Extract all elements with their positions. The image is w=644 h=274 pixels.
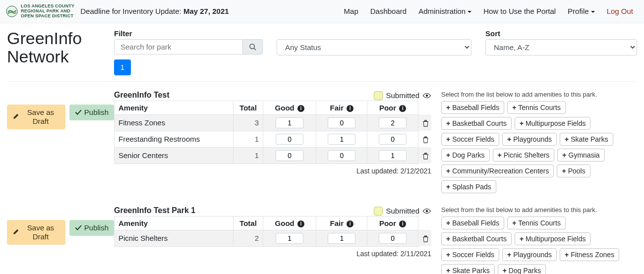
search-button[interactable] [243, 39, 263, 55]
amenity-option-label: Multipurpose Fields [526, 235, 585, 243]
amenity-option-label: Playgrounds [513, 135, 552, 143]
nav-profile[interactable]: Profile [563, 4, 600, 18]
good-input[interactable] [276, 134, 303, 145]
add-amenity-button[interactable]: +Baseball Fields [441, 101, 504, 114]
cell-good [263, 230, 316, 246]
trash-icon[interactable] [422, 136, 429, 143]
plus-icon: + [507, 136, 511, 143]
nav-admin[interactable]: Administration [413, 4, 476, 18]
col-fair: Fair i [316, 216, 367, 230]
trash-icon[interactable] [422, 120, 429, 127]
plus-icon: + [565, 136, 569, 143]
amenity-table: AmenityTotalGood iFair iPoor iFitness Zo… [114, 101, 431, 164]
poor-input[interactable] [379, 117, 407, 128]
info-icon: i [347, 105, 353, 112]
amenity-buttons: +Baseball Fields+Tennis Courts+Basketbal… [441, 217, 637, 274]
svg-line-2 [254, 48, 256, 50]
add-amenity-button[interactable]: +Baseball Fields [441, 217, 504, 229]
add-amenity-button[interactable]: +Skate Parks [441, 264, 495, 274]
plus-icon: + [446, 136, 450, 143]
amenity-option-label: Community/Recreation Centers [452, 167, 549, 175]
add-amenity-button[interactable]: +Dog Parks [498, 264, 546, 274]
col-poor: Poor i [367, 216, 418, 230]
add-amenity-button[interactable]: +Basketball Courts [441, 117, 512, 130]
add-amenity-button[interactable]: +Splash Pads [441, 180, 496, 193]
plus-icon: + [446, 152, 450, 159]
amenity-picker: Select from the list below to add amenit… [431, 206, 637, 274]
nav-map[interactable]: Map [339, 4, 363, 18]
fair-input[interactable] [328, 233, 355, 244]
add-amenity-button[interactable]: +Gymnasia [557, 149, 604, 162]
eye-icon[interactable] [422, 92, 431, 99]
search-input[interactable] [114, 39, 243, 55]
add-amenity-button[interactable]: +Tennis Courts [507, 217, 566, 229]
add-amenity-button[interactable]: +Fitness Zones [560, 248, 619, 261]
good-input[interactable] [276, 117, 303, 128]
publish-button[interactable]: Publish [69, 105, 114, 120]
add-amenity-button[interactable]: +Playgrounds [502, 248, 557, 261]
brand-logo[interactable]: LOS ANGELES COUNTY REGIONAL PARK AND OPE… [6, 4, 74, 19]
nav-howto[interactable]: How to Use the Portal [478, 4, 561, 18]
amenity-option-label: Soccer Fields [452, 135, 494, 143]
filters-row: GreenInfo Network Filter 1 [7, 29, 637, 82]
add-amenity-button[interactable]: +Skate Parks [560, 133, 613, 146]
poor-input[interactable] [379, 150, 407, 161]
svg-point-1 [250, 44, 254, 49]
search-icon [249, 43, 256, 51]
table-row: Fitness Zones3 [115, 114, 431, 131]
sort-select[interactable]: Name, A-Z [485, 39, 637, 55]
add-amenity-button[interactable]: +Tennis Courts [507, 101, 566, 114]
add-amenity-button[interactable]: +Community/Recreation Centers [441, 164, 554, 177]
col-total: Total [234, 101, 263, 114]
status-label: Submitted [386, 207, 419, 215]
add-amenity-button[interactable]: +Dog Parks [441, 149, 490, 162]
amenity-option-label: Baseball Fields [452, 104, 499, 111]
cell-poor [367, 131, 418, 147]
info-icon: i [399, 220, 406, 227]
eye-icon[interactable] [422, 208, 431, 215]
add-amenity-button[interactable]: +Playgrounds [502, 133, 557, 146]
status-spacer [277, 29, 471, 38]
table-row: Freestanding Restrooms1 [115, 131, 431, 147]
page-title: GreenInfo Network [7, 29, 114, 66]
good-input[interactable] [276, 233, 303, 244]
fair-input[interactable] [328, 150, 355, 161]
nav-dashboard[interactable]: Dashboard [365, 4, 411, 18]
poor-input[interactable] [379, 233, 407, 244]
svg-point-3 [426, 94, 428, 97]
add-amenity-button[interactable]: +Basketball Courts [441, 232, 512, 245]
add-amenity-button[interactable]: +Picnic Shelters [493, 149, 555, 162]
col-actions [418, 216, 431, 230]
publish-button[interactable]: Publish [69, 220, 114, 236]
save-draft-button[interactable]: Save as Draft [7, 105, 65, 129]
status-select[interactable]: Any Status [277, 39, 471, 55]
cell-poor [367, 147, 418, 164]
sort-block: Sort Name, A-Z [485, 29, 637, 75]
save-draft-button[interactable]: Save as Draft [7, 220, 65, 245]
trash-icon[interactable] [422, 153, 429, 160]
trash-icon[interactable] [422, 235, 429, 242]
publish-label: Publish [84, 223, 109, 232]
info-icon: i [347, 220, 353, 227]
poor-input[interactable] [379, 134, 407, 145]
cell-fair [316, 114, 367, 131]
nav-logout[interactable]: Log Out [602, 4, 638, 18]
add-amenity-button[interactable]: +Multipurpose Fields [515, 232, 591, 245]
col-total: Total [234, 216, 263, 230]
add-amenity-button[interactable]: +Multipurpose Fields [515, 117, 591, 130]
fair-input[interactable] [328, 134, 355, 145]
amenity-help: Select from the list below to add amenit… [441, 206, 637, 214]
cell-good [263, 114, 316, 131]
add-amenity-button[interactable]: +Soccer Fields [441, 248, 499, 261]
add-amenity-button[interactable]: +Soccer Fields [441, 133, 499, 146]
add-amenity-button[interactable]: +Pools [557, 164, 590, 177]
good-input[interactable] [276, 150, 303, 161]
park-status: Submitted [374, 207, 431, 216]
page-number-1[interactable]: 1 [114, 59, 131, 75]
fair-input[interactable] [328, 117, 355, 128]
amenity-option-label: Picnic Shelters [504, 151, 550, 159]
plus-icon: + [446, 267, 450, 274]
amenity-option-label: Gymnasia [569, 151, 600, 159]
amenity-option-label: Multipurpose Fields [526, 119, 585, 127]
brand-text: LOS ANGELES COUNTY REGIONAL PARK AND OPE… [21, 4, 74, 19]
